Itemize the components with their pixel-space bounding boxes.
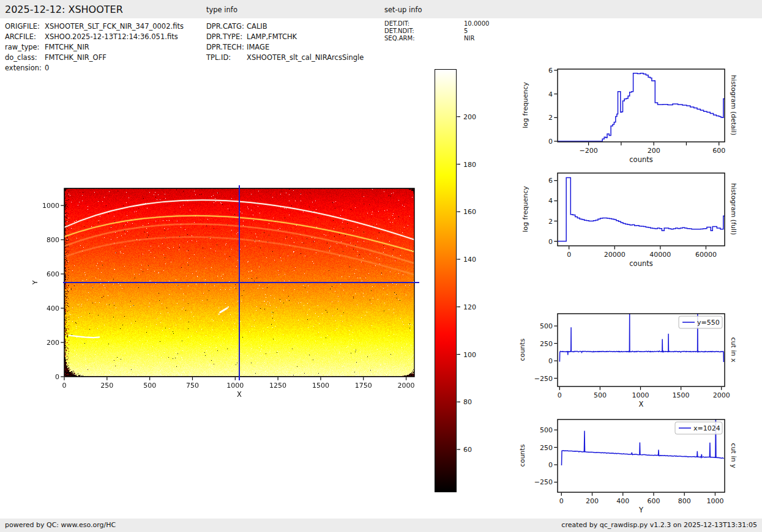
- detector-image-axes: 0250500750100012501500175020000200400600…: [37, 174, 435, 410]
- cut-x-y-label: counts: [518, 339, 526, 361]
- y-tick-label: −250: [534, 478, 553, 486]
- info-label: DPR.TYPE:: [206, 32, 242, 41]
- x-tick-label: 500: [143, 382, 156, 390]
- x-tick-label: 0: [567, 251, 571, 259]
- info-value: IMAGE: [247, 43, 269, 51]
- axes-frame: [558, 69, 725, 142]
- y-tick-label: 0: [548, 238, 553, 246]
- x-tick-label: 1500: [673, 391, 690, 399]
- hist-full-y-label: log frequency: [521, 186, 529, 232]
- x-tick-label: 2000: [398, 382, 415, 390]
- y-tick-label: 500: [540, 426, 553, 434]
- info-label: raw_type:: [5, 43, 40, 51]
- colorbar-tick-label: 80: [463, 398, 472, 406]
- y-tick-label: 2: [548, 114, 553, 122]
- cut-y-right-label: cut in y: [730, 443, 738, 468]
- x-tick-label: 0: [62, 382, 67, 390]
- info-value: LAMP,FMTCHK: [247, 32, 297, 41]
- y-tick-label: 800: [47, 236, 59, 244]
- info-label: do_class:: [5, 53, 37, 62]
- info-value: XSHOO.2025-12-13T12:14:36.051.fits: [45, 32, 178, 41]
- data-line: [558, 73, 725, 141]
- x-tick-label: 0: [559, 497, 564, 505]
- y-tick-label: 0: [55, 373, 59, 381]
- legend-label: y=550: [697, 319, 720, 327]
- x-axis-label: counts: [629, 155, 652, 164]
- histogram-detail-plot: −2002006000246counts: [520, 61, 731, 171]
- footer-left-text: powered by QC: www.eso.org/HC: [5, 519, 116, 532]
- x-tick-label: −200: [579, 147, 597, 155]
- x-tick-label: 500: [594, 391, 607, 399]
- y-tick-label: −250: [534, 375, 553, 383]
- footer-bar: powered by QC: www.eso.org/HC created by…: [0, 519, 762, 532]
- info-label: extension:: [5, 64, 42, 72]
- info-label: DET.NDIT:: [384, 28, 414, 34]
- info-label: TPL.ID:: [206, 53, 231, 62]
- x-tick-label: 2000: [713, 391, 730, 399]
- y-tick-label: 2: [548, 218, 553, 226]
- cut-y-y-label: counts: [518, 445, 526, 467]
- colorbar-tick-label: 200: [463, 113, 476, 121]
- colorbar: [435, 69, 457, 492]
- x-axis-label: X: [639, 400, 644, 408]
- info-label: DPR.CATG:: [206, 22, 244, 31]
- y-tick-label: 0: [548, 461, 553, 469]
- x-tick-label: 200: [586, 497, 599, 505]
- y-tick-label: 250: [540, 444, 553, 452]
- y-tick-label: 600: [47, 270, 59, 278]
- x-tick-label: 600: [647, 497, 660, 505]
- info-value: 5: [464, 28, 468, 34]
- x-tick-label: 1000: [226, 382, 244, 390]
- hist-detail-right-label: histogram (detail): [730, 75, 738, 136]
- x-tick-label: 1500: [312, 382, 329, 390]
- y-tick-label: 500: [540, 322, 553, 330]
- y-tick-label: 0: [548, 357, 553, 365]
- info-label: SEQ.ARM:: [384, 35, 415, 42]
- y-tick-label: 400: [47, 305, 59, 312]
- x-tick-label: 60000: [695, 251, 717, 259]
- y-tick-label: 4: [548, 91, 553, 98]
- x-tick-label: 250: [100, 382, 113, 390]
- y-tick-label: 0: [548, 138, 553, 146]
- hist-full-right-label: histogram (full): [730, 183, 738, 235]
- type-info-title: type info: [206, 0, 237, 18]
- data-line: [558, 177, 725, 241]
- x-axis-label: X: [237, 390, 242, 399]
- y-tick-label: 200: [47, 339, 59, 347]
- setup-info-title: set-up info: [384, 0, 422, 18]
- y-tick-label: 6: [548, 177, 553, 185]
- y-tick-label: 4: [548, 197, 553, 205]
- y-tick-label: 6: [548, 67, 553, 75]
- page-title: 2025-12-12: XSHOOTER: [5, 0, 123, 18]
- axes-frame: [558, 173, 725, 246]
- x-tick-label: 40000: [649, 251, 671, 259]
- header-bar: 2025-12-12: XSHOOTER type info set-up in…: [0, 0, 762, 18]
- x-tick-label: 1000: [632, 391, 649, 399]
- x-tick-label: 400: [616, 497, 629, 505]
- info-label: ARCFILE:: [5, 32, 36, 41]
- info-value: FMTCHK_NIR: [45, 43, 89, 51]
- colorbar-tick-label: 60: [463, 446, 472, 454]
- x-tick-label: 1750: [355, 382, 372, 390]
- cut-in-x-plot: 0500100015002000−2500250500Xy=550: [520, 309, 731, 419]
- info-value: XSHOOTER_slt_cal_NIRArcsSingle: [247, 53, 364, 62]
- x-tick-label: 600: [712, 147, 725, 155]
- info-value: FMTCHK_NIR_OFF: [45, 53, 106, 62]
- x-tick-label: 0: [558, 391, 562, 399]
- main-y-axis-label: Y: [31, 281, 39, 285]
- qc-report-page: 2025-12-12: XSHOOTER type info set-up in…: [0, 0, 762, 532]
- x-axis-label: Y: [638, 506, 644, 514]
- histogram-full-plot: 02000040000600000246counts: [520, 168, 731, 278]
- x-tick-label: 20000: [604, 251, 626, 259]
- crosshair-horizontal-line: [63, 282, 419, 283]
- y-tick-label: 1000: [42, 202, 59, 210]
- info-value: NIR: [464, 35, 474, 42]
- info-label: ORIGFILE:: [5, 22, 40, 31]
- info-value: CALIB: [247, 22, 267, 31]
- colorbar-tick-label: 160: [463, 208, 476, 216]
- x-tick-label: 1250: [269, 382, 286, 390]
- x-tick-label: 800: [678, 497, 691, 505]
- x-tick-label: 200: [648, 147, 660, 155]
- footer-right-text: created by qc_rawdisp.py v1.2.3 on 2025-…: [561, 519, 757, 532]
- x-tick-label: 1000: [706, 497, 723, 505]
